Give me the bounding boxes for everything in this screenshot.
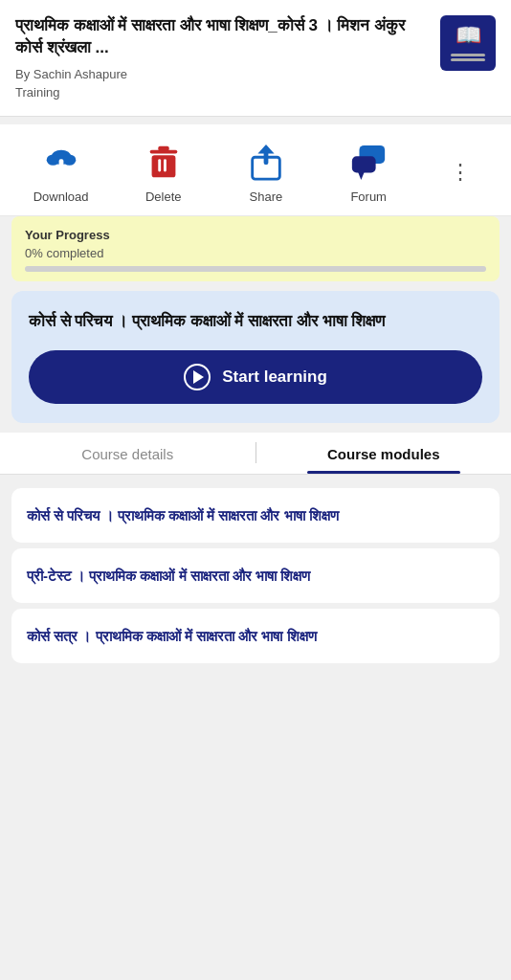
share-action[interactable]: Share bbox=[237, 142, 295, 204]
tab-course-details[interactable]: Course details bbox=[0, 433, 256, 474]
module-item-title: कोर्स से परिचय । प्राथमिक कक्षाओं में सा… bbox=[27, 505, 484, 525]
play-icon bbox=[184, 364, 211, 390]
svg-point-2 bbox=[63, 154, 76, 165]
course-intro-title: कोर्स से परिचय । प्राथमिक कक्षाओं में सा… bbox=[29, 310, 482, 333]
svg-rect-8 bbox=[158, 159, 161, 171]
start-learning-button[interactable]: Start learning bbox=[29, 350, 482, 404]
delete-label: Delete bbox=[145, 189, 182, 204]
actions-bar: Download Delete bbox=[0, 124, 511, 216]
svg-point-1 bbox=[46, 154, 58, 165]
module-item[interactable]: कोर्स सत्र । प्राथमिक कक्षाओं में साक्षर… bbox=[11, 609, 500, 663]
header-text: प्राथमिक कक्षाओं में साक्षरता और भाषा शि… bbox=[15, 15, 440, 102]
delete-icon bbox=[143, 142, 185, 184]
module-item-title: प्री-टेस्ट । प्राथमिक कक्षाओं में साक्षर… bbox=[27, 566, 484, 586]
progress-section: Your Progress 0% completed bbox=[11, 216, 500, 281]
svg-rect-16 bbox=[352, 156, 376, 172]
progress-bar bbox=[25, 266, 486, 272]
course-badge: 📖 bbox=[440, 15, 496, 71]
forum-action[interactable]: Forum bbox=[340, 142, 397, 204]
module-item-title: कोर्स सत्र । प्राथमिक कक्षाओं में साक्षर… bbox=[27, 626, 484, 646]
download-label: Download bbox=[33, 189, 89, 204]
more-button[interactable]: ⋮ bbox=[442, 152, 478, 192]
forum-label: Forum bbox=[350, 189, 387, 204]
svg-rect-6 bbox=[158, 146, 168, 151]
download-icon bbox=[40, 142, 82, 184]
badge-decoration bbox=[451, 52, 485, 63]
forum-icon bbox=[347, 142, 389, 184]
play-triangle bbox=[193, 370, 204, 384]
course-intro-card: कोर्स से परिचय । प्राथमिक कक्षाओं में सा… bbox=[11, 291, 500, 423]
tabs-bar: Course details Course modules bbox=[0, 433, 511, 475]
share-label: Share bbox=[250, 189, 283, 204]
svg-marker-13 bbox=[257, 145, 274, 154]
svg-marker-4 bbox=[55, 168, 67, 176]
svg-rect-9 bbox=[164, 159, 167, 171]
book-icon: 📖 bbox=[455, 23, 481, 48]
module-item[interactable]: कोर्स से परिचय । प्राथमिक कक्षाओं में सा… bbox=[11, 488, 500, 543]
header: प्राथमिक कक्षाओं में साक्षरता और भाषा शि… bbox=[0, 0, 511, 117]
module-item[interactable]: प्री-टेस्ट । प्राथमिक कक्षाओं में साक्षर… bbox=[11, 548, 500, 603]
modules-list: कोर्स से परिचय । प्राथमिक कक्षाओं में सा… bbox=[0, 475, 511, 677]
delete-action[interactable]: Delete bbox=[135, 142, 192, 204]
start-learning-label: Start learning bbox=[222, 368, 327, 387]
share-icon bbox=[245, 142, 287, 184]
svg-marker-17 bbox=[358, 170, 366, 180]
progress-label: Your Progress bbox=[25, 228, 486, 242]
course-author: By Sachin Ashapure Training bbox=[15, 65, 431, 102]
download-action[interactable]: Download bbox=[33, 142, 90, 204]
progress-percent: 0% completed bbox=[25, 246, 486, 260]
course-title: प्राथमिक कक्षाओं में साक्षरता और भाषा शि… bbox=[15, 15, 431, 59]
tab-course-modules[interactable]: Course modules bbox=[256, 433, 512, 474]
